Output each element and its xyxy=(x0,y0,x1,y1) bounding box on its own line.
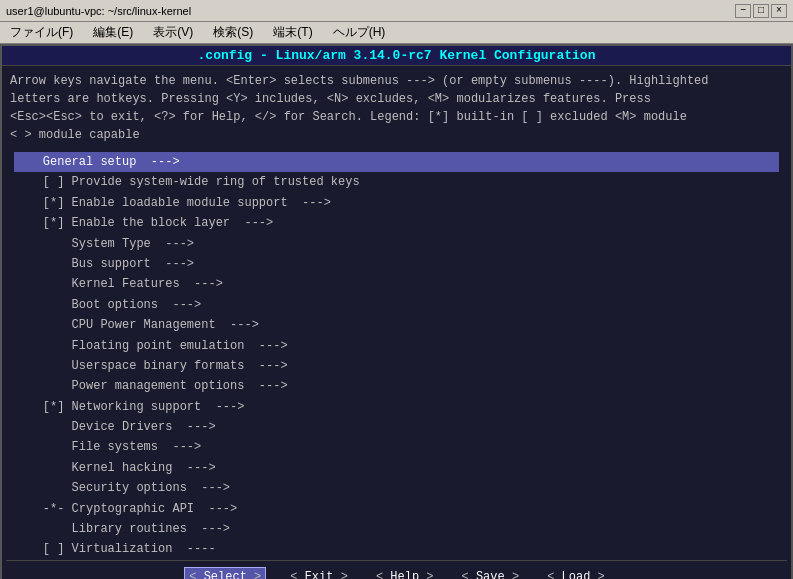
menu-entry-4[interactable]: System Type ---> xyxy=(14,234,779,254)
terminal-window: .config - Linux/arm 3.14.0-rc7 Kernel Co… xyxy=(0,44,793,579)
menu-entry-12[interactable]: [*] Networking support ---> xyxy=(14,397,779,417)
menu-entry-2[interactable]: [*] Enable loadable module support ---> xyxy=(14,193,779,213)
menu-entry-7[interactable]: Boot options ---> xyxy=(14,295,779,315)
kconfig-window: Arrow keys navigate the menu. <Enter> se… xyxy=(2,66,791,579)
terminal-title: .config - Linux/arm 3.14.0-rc7 Kernel Co… xyxy=(2,46,791,66)
menu-bar: ファイル(F) 編集(E) 表示(V) 検索(S) 端末(T) ヘルプ(H) xyxy=(0,22,793,44)
menu-entry-14[interactable]: File systems ---> xyxy=(14,437,779,457)
menu-file[interactable]: ファイル(F) xyxy=(4,22,79,43)
menu-entry-1[interactable]: [ ] Provide system-wide ring of trusted … xyxy=(14,172,779,192)
menu-search[interactable]: 検索(S) xyxy=(207,22,259,43)
menu-entry-11[interactable]: Power management options ---> xyxy=(14,376,779,396)
menu-entry-13[interactable]: Device Drivers ---> xyxy=(14,417,779,437)
menu-item-list: General setup ---> [ ] Provide system-wi… xyxy=(14,152,779,560)
menu-edit[interactable]: 編集(E) xyxy=(87,22,139,43)
close-button[interactable]: × xyxy=(771,4,787,18)
menu-entry-0[interactable]: General setup ---> xyxy=(14,152,779,172)
maximize-button[interactable]: □ xyxy=(753,4,769,18)
select-button[interactable]: < Select > xyxy=(184,567,266,579)
help-line-4: < > module capable xyxy=(10,126,783,144)
menu-entry-10[interactable]: Userspace binary formats ---> xyxy=(14,356,779,376)
load-button[interactable]: < Load > xyxy=(543,568,609,579)
help-text: Arrow keys navigate the menu. <Enter> se… xyxy=(6,70,787,146)
menu-entry-18[interactable]: Library routines ---> xyxy=(14,519,779,539)
menu-entry-16[interactable]: Security options ---> xyxy=(14,478,779,498)
bottom-bar: < Select > < Exit > < Help > < Save > < … xyxy=(6,560,787,579)
help-line-2: letters are hotkeys. Pressing <Y> includ… xyxy=(10,90,783,108)
menu-entry-15[interactable]: Kernel hacking ---> xyxy=(14,458,779,478)
menu-entry-9[interactable]: Floating point emulation ---> xyxy=(14,336,779,356)
menu-area[interactable]: General setup ---> [ ] Provide system-wi… xyxy=(6,152,787,560)
menu-view[interactable]: 表示(V) xyxy=(147,22,199,43)
menu-entry-6[interactable]: Kernel Features ---> xyxy=(14,274,779,294)
title-bar-buttons: − □ × xyxy=(735,4,787,18)
menu-entry-3[interactable]: [*] Enable the block layer ---> xyxy=(14,213,779,233)
save-button[interactable]: < Save > xyxy=(458,568,524,579)
title-bar-text: user1@lubuntu-vpc: ~/src/linux-kernel xyxy=(6,5,191,17)
menu-entry-19[interactable]: [ ] Virtualization ---- xyxy=(14,539,779,559)
help-button[interactable]: < Help > xyxy=(372,568,438,579)
help-line-3: <Esc><Esc> to exit, <?> for Help, </> fo… xyxy=(10,108,783,126)
exit-button[interactable]: < Exit > xyxy=(286,568,352,579)
help-line-1: Arrow keys navigate the menu. <Enter> se… xyxy=(10,72,783,90)
menu-entry-8[interactable]: CPU Power Management ---> xyxy=(14,315,779,335)
menu-entry-5[interactable]: Bus support ---> xyxy=(14,254,779,274)
minimize-button[interactable]: − xyxy=(735,4,751,18)
menu-terminal[interactable]: 端末(T) xyxy=(267,22,318,43)
menu-entry-17[interactable]: -*- Cryptographic API ---> xyxy=(14,499,779,519)
title-bar: user1@lubuntu-vpc: ~/src/linux-kernel − … xyxy=(0,0,793,22)
menu-help[interactable]: ヘルプ(H) xyxy=(327,22,392,43)
